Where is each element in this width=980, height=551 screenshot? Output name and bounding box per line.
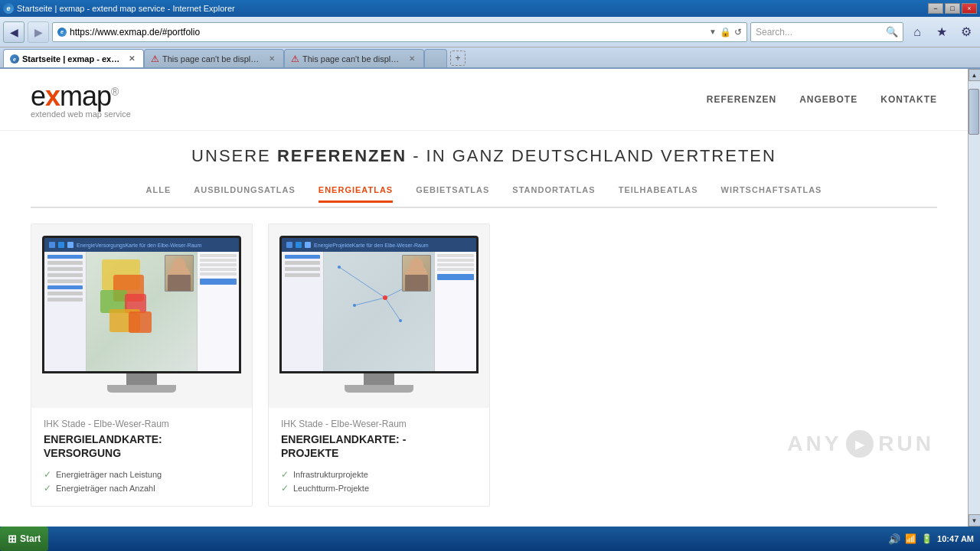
- title-bar: e Startseite | exmap - extend map servic…: [0, 0, 980, 17]
- ie-favicon: e: [3, 3, 14, 14]
- filter-alle[interactable]: ALLE: [146, 185, 172, 203]
- page-title: UNSERE REFERENZEN - IN GANZ DEUTSCHLAND …: [0, 146, 968, 166]
- forward-button[interactable]: ▶: [28, 21, 49, 43]
- panel2-button-0: [437, 274, 474, 280]
- logo-text: exmap®: [31, 80, 131, 112]
- monitor-screen-0: EnergieVersorgungsKarte für den Elbe-Wes…: [42, 236, 241, 373]
- logo[interactable]: exmap® extended web map service: [31, 80, 131, 119]
- nav-referenzen[interactable]: REFERENZEN: [707, 94, 776, 105]
- card-0[interactable]: EnergieVersorgungsKarte für den Elbe-Wes…: [31, 223, 253, 507]
- tab-close-1[interactable]: ✕: [266, 54, 277, 64]
- sidebar2-item-2: [285, 261, 320, 265]
- close-button[interactable]: ×: [962, 3, 977, 14]
- address-dropdown-arrow[interactable]: ▼: [709, 28, 717, 36]
- screen-dot-1: [58, 242, 64, 248]
- tab-favicon-1: ⚠: [151, 54, 159, 64]
- tab-2[interactable]: ⚠ This page can't be displayed ✕: [284, 49, 424, 67]
- screen-title-1: EnergieProjekteKarte für den Elbe-Weser-…: [314, 243, 472, 248]
- panel-line-2: [200, 259, 237, 262]
- panel-line-3: [200, 263, 237, 266]
- logo-post: map: [60, 80, 111, 112]
- screen-dot-5: [305, 242, 311, 248]
- screen-dot-3: [286, 242, 292, 248]
- logo-x: x: [45, 80, 60, 112]
- page-title-rest: - IN GANZ DEUTSCHLAND VERTRETEN: [407, 146, 776, 165]
- address-favicon: e: [57, 27, 67, 37]
- tab-1[interactable]: ⚠ This page can't be displayed ✕: [144, 49, 284, 67]
- refresh-icon[interactable]: ↺: [734, 27, 742, 37]
- scroll-up-button[interactable]: ▲: [969, 69, 981, 81]
- tab-close-2[interactable]: ✕: [407, 54, 417, 64]
- vertical-scrollbar[interactable]: ▲ ▼: [968, 69, 980, 527]
- card-feature-text-1-1: Leuchtturm-Projekte: [293, 484, 369, 493]
- screen-dot-2: [67, 242, 74, 248]
- screen-sidebar-0: [44, 252, 87, 371]
- tab-close-0[interactable]: ✕: [126, 54, 137, 64]
- sidebar-item-2: [47, 261, 83, 265]
- check-icon-0-1: ✓: [44, 483, 51, 494]
- card-feature-1-1: ✓ Leuchtturm-Projekte: [281, 481, 477, 495]
- scrollbar-track[interactable]: [969, 81, 980, 514]
- taskbar: ⊞ Start 🔊 📶 🔋 10:47 AM: [0, 527, 980, 551]
- window-title: Startseite | exmap - extend map service …: [17, 4, 235, 13]
- favorites-button[interactable]: ★: [931, 21, 952, 43]
- logo-registered: ®: [111, 86, 118, 98]
- lock-icon: 🔒: [720, 27, 731, 37]
- svg-point-4: [383, 295, 387, 300]
- card-feature-1-0: ✓ Infrastrukturprojekte: [281, 468, 477, 481]
- card-body-1: IHK Stade - Elbe-Weser-Raum ENERGIELANDK…: [269, 408, 489, 506]
- main-content: exmap® extended web map service REFERENZ…: [0, 69, 968, 527]
- panel2-line-1: [437, 254, 474, 257]
- nav-angebote[interactable]: ANGEBOTE: [799, 94, 858, 105]
- new-tab-button[interactable]: +: [450, 51, 466, 66]
- start-label: Start: [20, 533, 41, 544]
- minimize-button[interactable]: −: [928, 3, 943, 14]
- watermark-text: ANY: [787, 432, 841, 456]
- card-title-line2-0: VERSORGUNG: [44, 447, 121, 459]
- card-monitor-0: EnergieVersorgungsKarte für den Elbe-Wes…: [31, 224, 252, 408]
- scroll-down-button[interactable]: ▼: [969, 514, 981, 527]
- watermark-play-icon: ▶: [846, 430, 874, 458]
- filter-standortatlas[interactable]: STANDORTATLAS: [512, 185, 595, 203]
- screen-header-1: EnergieProjekteKarte für den Elbe-Weser-…: [282, 238, 476, 252]
- filter-tabs: ALLE AUSBILDUNGSATLAS ENERGIEATLAS GEBIE…: [31, 178, 937, 208]
- map-background-1: [324, 252, 434, 371]
- scrollbar-thumb[interactable]: [969, 89, 979, 135]
- sidebar-item-5: [47, 279, 83, 283]
- home-button[interactable]: ⌂: [906, 21, 928, 43]
- search-bar[interactable]: Search... 🔍: [750, 22, 903, 42]
- filter-wirtschaftsatlas[interactable]: WIRTSCHAFTSATLAS: [721, 185, 822, 203]
- filter-ausbildungsatlas[interactable]: AUSBILDUNGSATLAS: [194, 185, 296, 203]
- monitor-screen-1: EnergieProjekteKarte für den Elbe-Weser-…: [279, 236, 479, 373]
- sound-icon: 🔊: [888, 533, 900, 545]
- card-body-0: IHK Stade - Elbe-Weser-Raum ENERGIELANDK…: [31, 408, 252, 506]
- restore-button[interactable]: □: [945, 3, 960, 14]
- card-title-1: ENERGIELANDKARTE: - PROJEKTE: [281, 432, 477, 460]
- back-button[interactable]: ◀: [3, 21, 24, 43]
- filter-gebietsatlas[interactable]: GEBIETSATLAS: [416, 185, 489, 203]
- filter-teilhabeatlas[interactable]: TEILHABEATLAS: [619, 185, 698, 203]
- card-1[interactable]: EnergieProjekteKarte für den Elbe-Weser-…: [268, 223, 490, 507]
- nav-links: REFERENZEN ANGEBOTE KONTAKTE: [707, 94, 937, 105]
- person-body-1: [405, 264, 428, 291]
- site-header: exmap® extended web map service REFERENZ…: [0, 69, 968, 131]
- settings-button[interactable]: ⚙: [956, 21, 977, 43]
- card-monitor-1: EnergieProjekteKarte für den Elbe-Weser-…: [269, 224, 489, 408]
- cards-grid: EnergieVersorgungsKarte für den Elbe-Wes…: [0, 208, 968, 522]
- card-feature-0-0: ✓ Energieträger nach Leistung: [44, 468, 240, 481]
- website: exmap® extended web map service REFERENZ…: [0, 69, 968, 527]
- monitor-outer-0: EnergieVersorgungsKarte für den Elbe-Wes…: [42, 236, 241, 396]
- person-body-0: [168, 264, 191, 291]
- svg-point-8: [338, 266, 341, 269]
- card-subtitle-1: IHK Stade - Elbe-Weser-Raum: [281, 419, 477, 429]
- start-button[interactable]: ⊞ Start: [0, 527, 48, 551]
- filter-energieatlas[interactable]: ENERGIEATLAS: [318, 185, 393, 203]
- nav-kontakte[interactable]: KONTAKTE: [880, 94, 937, 105]
- tab-0[interactable]: e Startseite | exmap - extend ... ✕: [3, 49, 144, 67]
- check-icon-1-0: ✓: [281, 469, 289, 480]
- search-icon[interactable]: 🔍: [886, 26, 898, 37]
- tab-3[interactable]: [424, 49, 447, 67]
- address-bar[interactable]: e https://www.exmap.de/#portfolio ▼ 🔒 ↺: [52, 22, 747, 42]
- sidebar-item-7: [47, 292, 83, 295]
- map-right-panel-1: [434, 252, 476, 371]
